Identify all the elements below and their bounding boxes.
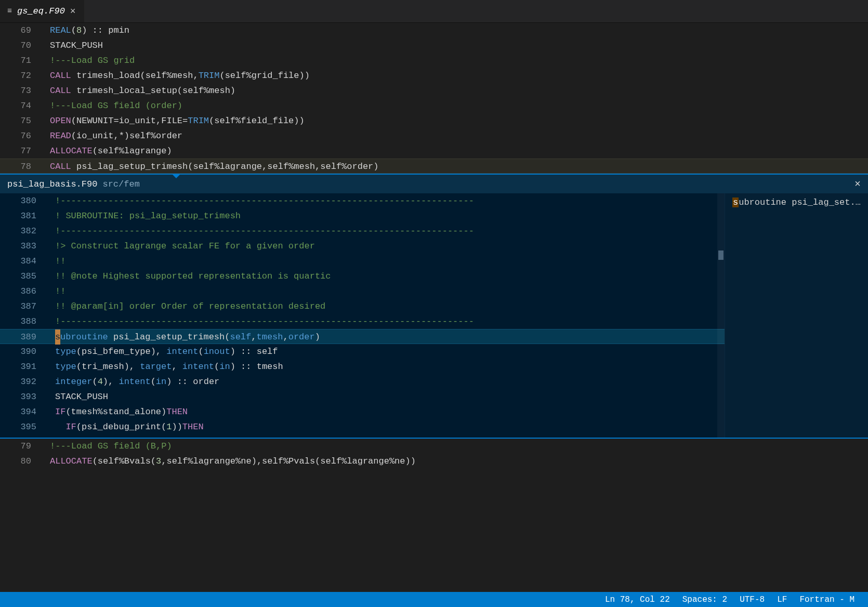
code-content[interactable]: !!	[47, 254, 725, 269]
tab-filename: gs_eq.F90	[17, 6, 65, 16]
line-number: 78	[0, 159, 42, 173]
code-content[interactable]: !---------------------------------------…	[47, 223, 725, 239]
peek-title-file: psi_lag_basis.F90	[7, 179, 97, 189]
code-line[interactable]: 389subroutine psi_lag_setup_trimesh(self…	[0, 329, 725, 344]
code-line[interactable]: 385!! @note Highest supported representa…	[0, 269, 725, 284]
peek-close-icon[interactable]: ×	[854, 178, 861, 190]
editor-main[interactable]: 69REAL(8) :: pmin70STACK_PUSH71!---Load …	[0, 23, 868, 174]
line-number: 380	[0, 193, 47, 208]
code-content[interactable]: !> Construct lagrange scalar FE for a gi…	[47, 239, 725, 254]
code-line[interactable]: 75OPEN(NEWUNIT=io_unit,FILE=TRIM(self%fi…	[0, 113, 868, 128]
code-line[interactable]: 79!---Load GS field (B,P)	[0, 439, 868, 454]
code-content[interactable]: IF(psi_debug_print(1))THEN	[47, 419, 725, 434]
line-number: 79	[0, 439, 42, 454]
code-content[interactable]: READ(io_unit,*)self%order	[42, 128, 868, 143]
code-content[interactable]: ! SUBROUTINE: psi_lag_setup_trimesh	[47, 208, 725, 223]
line-number: 80	[0, 454, 42, 469]
line-number: 73	[0, 83, 42, 98]
peek-ref-text: ubroutine psi_lag_set...	[739, 197, 866, 207]
code-line[interactable]: 380!------------------------------------…	[0, 193, 725, 208]
line-number: 395	[0, 419, 47, 434]
code-content[interactable]: CALL psi_lag_setup_trimesh(self%lagrange…	[42, 159, 868, 173]
editor-main-continued[interactable]: 79!---Load GS field (B,P)80ALLOCATE(self…	[0, 439, 868, 469]
code-content[interactable]: CALL trimesh_load(self%mesh,TRIM(self%gr…	[42, 68, 868, 83]
code-content[interactable]: subroutine psi_lag_setup_trimesh(self,tm…	[47, 329, 725, 344]
code-line[interactable]: 73CALL trimesh_local_setup(self%mesh)	[0, 83, 868, 98]
code-line[interactable]: 76READ(io_unit,*)self%order	[0, 128, 868, 143]
code-content[interactable]: ALLOCATE(self%lagrange)	[42, 143, 868, 159]
code-line[interactable]: 395 IF(psi_debug_print(1))THEN	[0, 419, 725, 434]
peek-title-path: src/fem	[102, 179, 139, 189]
code-line[interactable]: 72CALL trimesh_load(self%mesh,TRIM(self%…	[0, 68, 868, 83]
code-content[interactable]: !!	[47, 284, 725, 299]
line-number: 76	[0, 128, 42, 143]
line-number: 388	[0, 314, 47, 329]
code-content[interactable]: integer(4), intent(in) :: order	[47, 374, 725, 389]
line-number: 384	[0, 254, 47, 269]
code-content[interactable]: IF(tmesh%stand_alone)THEN	[47, 404, 725, 419]
code-line[interactable]: 382!------------------------------------…	[0, 223, 725, 239]
peek-reference-list[interactable]: subroutine psi_lag_set...	[725, 193, 868, 438]
code-line[interactable]: 390type(psi_bfem_type), intent(inout) ::…	[0, 344, 725, 359]
status-lang[interactable]: Fortran - M	[793, 595, 861, 604]
code-line[interactable]: 392integer(4), intent(in) :: order	[0, 374, 725, 389]
line-number: 72	[0, 68, 42, 83]
code-line[interactable]: 70STACK_PUSH	[0, 38, 868, 53]
code-line[interactable]: 394IF(tmesh%stand_alone)THEN	[0, 404, 725, 419]
code-content[interactable]: type(psi_bfem_type), intent(inout) :: se…	[47, 344, 725, 359]
code-content[interactable]: !---Load GS grid	[42, 53, 868, 68]
code-content[interactable]: CALL trimesh_local_setup(self%mesh)	[42, 83, 868, 98]
code-content[interactable]: OPEN(NEWUNIT=io_unit,FILE=TRIM(self%fiel…	[42, 113, 868, 128]
code-line[interactable]: 386!!	[0, 284, 725, 299]
code-content[interactable]: !---Load GS field (B,P)	[42, 439, 868, 454]
code-content[interactable]: !---------------------------------------…	[47, 314, 725, 329]
code-content[interactable]: type(tri_mesh), target, intent(in) :: tm…	[47, 359, 725, 374]
code-line[interactable]: 69REAL(8) :: pmin	[0, 23, 868, 38]
code-line[interactable]: 381! SUBROUTINE: psi_lag_setup_trimesh	[0, 208, 725, 223]
line-number: 387	[0, 299, 47, 314]
code-line[interactable]: 384!!	[0, 254, 725, 269]
line-number: 71	[0, 53, 42, 68]
code-content[interactable]: ALLOCATE(self%Bvals(3,self%lagrange%ne),…	[42, 454, 868, 469]
status-eol[interactable]: LF	[771, 595, 793, 604]
code-line[interactable]: 71!---Load GS grid	[0, 53, 868, 68]
status-spaces[interactable]: Spaces: 2	[676, 595, 733, 604]
line-number: 381	[0, 208, 47, 223]
peek-editor[interactable]: 380!------------------------------------…	[0, 193, 725, 438]
status-encoding[interactable]: UTF-8	[733, 595, 771, 604]
peek-ref-highlight: s	[732, 197, 739, 207]
code-content[interactable]: !! @note Highest supported representatio…	[47, 269, 725, 284]
code-line[interactable]: 391type(tri_mesh), target, intent(in) ::…	[0, 359, 725, 374]
code-line[interactable]: 387!! @param[in] order Order of represen…	[0, 299, 725, 314]
peek-reference-item[interactable]: subroutine psi_lag_set...	[725, 195, 868, 209]
tab-gs-eq[interactable]: ≡ gs_eq.F90 ×	[0, 0, 84, 22]
tab-bar: ≡ gs_eq.F90 ×	[0, 0, 868, 23]
code-content[interactable]: REAL(8) :: pmin	[42, 23, 868, 38]
code-content[interactable]: !---Load GS field (order)	[42, 98, 868, 113]
close-icon[interactable]: ×	[70, 6, 76, 17]
line-number: 393	[0, 389, 47, 404]
line-number: 75	[0, 113, 42, 128]
code-line[interactable]: 74!---Load GS field (order)	[0, 98, 868, 113]
line-number: 394	[0, 404, 47, 419]
status-bar: Ln 78, Col 22 Spaces: 2 UTF-8 LF Fortran…	[0, 592, 868, 607]
status-lncol[interactable]: Ln 78, Col 22	[599, 595, 676, 604]
peek-scrollbar[interactable]	[717, 193, 725, 438]
code-content[interactable]: STACK_PUSH	[42, 38, 868, 53]
code-line[interactable]: 77ALLOCATE(self%lagrange)	[0, 143, 868, 159]
line-number: 392	[0, 374, 47, 389]
code-line[interactable]: 393STACK_PUSH	[0, 389, 725, 404]
code-line[interactable]: 78CALL psi_lag_setup_trimesh(self%lagran…	[0, 159, 868, 174]
line-number: 385	[0, 269, 47, 284]
code-line[interactable]: 383!> Construct lagrange scalar FE for a…	[0, 239, 725, 254]
code-content[interactable]: STACK_PUSH	[47, 389, 725, 404]
code-content[interactable]: !---------------------------------------…	[47, 193, 725, 208]
peek-header: psi_lag_basis.F90 src/fem ×	[0, 175, 868, 193]
line-number: 69	[0, 23, 42, 38]
code-content[interactable]: !! @param[in] order Order of representat…	[47, 299, 725, 314]
line-number: 70	[0, 38, 42, 53]
code-line[interactable]: 388!------------------------------------…	[0, 314, 725, 329]
code-line[interactable]: 80ALLOCATE(self%Bvals(3,self%lagrange%ne…	[0, 454, 868, 469]
line-number: 74	[0, 98, 42, 113]
line-number: 382	[0, 223, 47, 239]
